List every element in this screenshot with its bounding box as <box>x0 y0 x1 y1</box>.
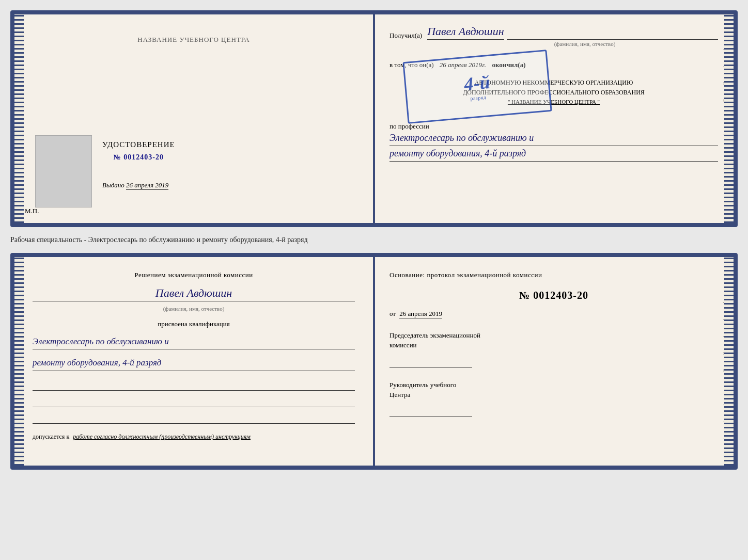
allowed-line: допускается к работе согласно должностны… <box>33 432 355 441</box>
mp-label: М.П. <box>25 207 39 215</box>
qualification-value-2: ремонту оборудования, 4-й разряд <box>33 356 355 371</box>
director-line1: Руководитель учебного <box>389 380 718 390</box>
qualification-value-1: Электрослесарь по обслуживанию и <box>33 334 355 350</box>
director-line2: Центра <box>389 390 718 400</box>
stamp-text: разряд <box>470 93 487 102</box>
top-right-panel: Получил(а) Павел Авдюшин (фамилия, имя, … <box>374 14 734 223</box>
photo-placeholder <box>35 135 92 207</box>
binding-right-top <box>724 14 734 223</box>
training-center-title: НАЗВАНИЕ УЧЕБНОГО ЦЕНТРА <box>137 35 250 44</box>
bottom-document: Решением экзаменационной комиссии Павел … <box>10 253 738 470</box>
issued-label: Выдано <box>102 181 124 189</box>
chairman-line2: комиссии <box>389 340 718 350</box>
bottom-left-panel: Решением экзаменационной комиссии Павел … <box>14 257 374 466</box>
profession-label: по профессии <box>389 122 718 131</box>
fio-label-top: (фамилия, имя, отчество) <box>420 41 738 47</box>
cert-section: УДОСТОВЕРЕНИЕ № 0012403-20 Выдано 26 апр… <box>35 135 352 207</box>
cert-number: № 0012403-20 <box>102 153 175 162</box>
director-signature <box>389 404 472 417</box>
profession-value-2: ремонту оборудования, 4-й разряд <box>389 146 718 162</box>
stamp-overlay: 4-й разряд <box>402 50 552 124</box>
profession-value-1: Электрослесарь по обслуживанию и <box>389 131 718 146</box>
received-name: Павел Авдюшин <box>427 25 504 40</box>
basis-number: № 0012403-20 <box>389 290 718 301</box>
decision-name: Павел Авдюшин <box>33 286 355 301</box>
basis-date: от 26 апреля 2019 <box>389 310 718 318</box>
issued-line: Выдано 26 апреля 2019 <box>102 181 175 189</box>
chairman-signature <box>389 355 472 367</box>
received-line: Получил(а) Павел Авдюшин <box>389 25 718 40</box>
binding-right-bottom <box>724 257 734 466</box>
profession-block: по профессии Электрослесарь по обслужива… <box>389 118 718 162</box>
cert-info: УДОСТОВЕРЕНИЕ № 0012403-20 Выдано 26 апр… <box>102 135 175 189</box>
underline-2 <box>33 397 355 407</box>
cert-number-label: № <box>114 153 121 161</box>
binding-left-bottom <box>14 257 24 466</box>
basis-number-value: 0012403-20 <box>533 290 588 301</box>
basis-date-label: от <box>389 310 396 317</box>
director-block: Руководитель учебного Центра <box>389 380 718 417</box>
decision-title: Решением экзаменационной комиссии <box>33 270 355 280</box>
allowed-label: допускается к <box>33 433 69 440</box>
allowed-value: работе согласно должностным (производств… <box>73 433 251 440</box>
stamp-number: 4-й <box>463 71 491 94</box>
middle-text: Рабочая специальность - Электрослесарь п… <box>10 233 738 247</box>
top-document: НАЗВАНИЕ УЧЕБНОГО ЦЕНТРА УДОСТОВЕРЕНИЕ №… <box>10 10 738 227</box>
lines-block <box>33 380 355 424</box>
bottom-right-panel: Основание: протокол экзаменационной коми… <box>374 257 734 466</box>
dash <box>507 29 718 40</box>
received-block: Получил(а) Павел Авдюшин (фамилия, имя, … <box>389 25 718 47</box>
underline-3 <box>33 413 355 424</box>
received-label: Получил(а) <box>389 31 422 40</box>
cert-number-value: 0012403-20 <box>123 153 164 161</box>
page-wrapper: НАЗВАНИЕ УЧЕБНОГО ЦЕНТРА УДОСТОВЕРЕНИЕ №… <box>10 10 738 470</box>
qualification-label: присвоена квалификация <box>33 320 355 328</box>
basis-number-label: № <box>519 290 530 301</box>
basis-date-value: 26 апреля 2019 <box>399 310 442 318</box>
chairman-block: Председатель экзаменационной комиссии <box>389 330 718 367</box>
fio-small-bottom: (фамилия, имя, отчество) <box>33 306 355 312</box>
chairman-line1: Председатель экзаменационной <box>389 330 718 341</box>
top-left-panel: НАЗВАНИЕ УЧЕБНОГО ЦЕНТРА УДОСТОВЕРЕНИЕ №… <box>14 14 374 223</box>
underline-1 <box>33 380 355 391</box>
cert-title: УДОСТОВЕРЕНИЕ <box>102 140 175 149</box>
basis-title: Основание: протокол экзаменационной коми… <box>389 270 718 280</box>
issued-date: 26 апреля 2019 <box>126 181 168 190</box>
